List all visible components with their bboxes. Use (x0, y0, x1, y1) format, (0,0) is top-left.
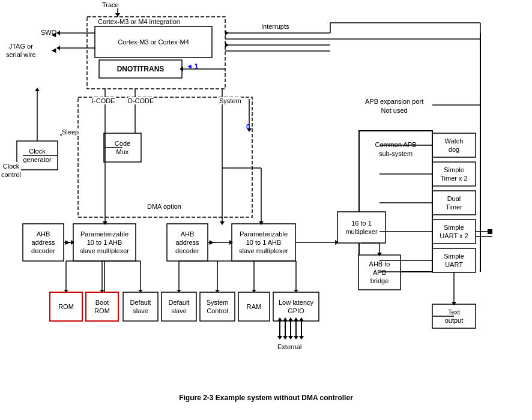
ram-label: RAM (238, 292, 270, 321)
ahb1-arrow: ► (64, 238, 71, 247)
simple-uart-label: SimpleUART (432, 248, 476, 272)
figure-caption: Figure 2-3 Example system without DMA co… (0, 394, 532, 402)
ahb-addr2-label: AHBaddressdecoder (167, 224, 208, 261)
svg-marker-27 (115, 13, 120, 17)
interrupts-label: Interrupts (261, 23, 289, 30)
default-slave2-label: Defaultslave (162, 292, 196, 321)
trace-label: Trace (102, 1, 119, 8)
sleep-label: Sleep (62, 128, 79, 136)
code-mux-label: CodeMux (104, 133, 141, 162)
icode-label: I-CODE (92, 97, 115, 104)
system-label: System (219, 97, 241, 104)
ahb-addr1-label: AHBaddressdecoder (23, 224, 64, 261)
watchdog-label: Watchdog (432, 133, 476, 157)
svg-marker-82 (294, 336, 298, 340)
external-label: External (277, 343, 301, 350)
default-slave1-label: Defaultslave (123, 292, 158, 321)
svg-marker-78 (283, 336, 288, 340)
low-latency-gpio-label: Low latencyGPIO (273, 292, 319, 321)
system-control-label: System Control (200, 292, 235, 321)
boot-rom-label: BootROM (86, 292, 118, 321)
diagram: Trace SWO ◄ JTAG orserial wire ◄ Cortex-… (0, 0, 532, 408)
simple-uart2-label: SimpleUART x 2 (432, 220, 476, 244)
swo-arrow: ◄ (50, 30, 58, 39)
svg-marker-112 (35, 88, 40, 91)
svg-marker-45 (220, 221, 225, 225)
svg-marker-84 (299, 336, 304, 340)
dma-option-label: DMA option (147, 203, 181, 210)
ahb-apb-label: AHB toAPBbridge (358, 255, 401, 290)
one-label: ◄ 1 (186, 62, 198, 70)
common-apb-label: Common APBsub-system (359, 134, 432, 164)
rom-label: ROM (50, 292, 82, 321)
param-mux2-label: Parameterizable10 to 1 AHBslave multiple… (232, 224, 295, 261)
mux16-label: 16 to 1multiplexer (337, 212, 385, 243)
dnotitrans-label: DNOTITRANS (99, 60, 182, 78)
text-output-label: Textoutput (432, 304, 476, 328)
cortex-inner-label: Cortex-M3 or Cortex-M4 (95, 26, 212, 58)
clock-control-label: Clockcontrol (1, 162, 21, 179)
apb-expansion-label: APB expansion portNot used (365, 97, 423, 116)
cortex-outer-label: Cortex-M3 or M4 integration (98, 18, 180, 25)
zero-label: 0 (246, 123, 250, 130)
jtag-label: JTAG orserial wire (6, 42, 36, 59)
dcode-label: D-CODE (128, 97, 154, 104)
dual-timer-label: DualTimer (432, 191, 476, 215)
jtag-arrow: ◄ (50, 46, 58, 55)
svg-marker-76 (277, 336, 282, 340)
svg-marker-100 (488, 229, 492, 234)
svg-marker-35 (225, 31, 229, 35)
clock-gen-label: Clockgenerator (17, 141, 58, 170)
param-mux1-label: Parameterizable10 to 1 AHBslave multiple… (73, 224, 136, 261)
simple-timer-label: SimpleTimer x 2 (432, 162, 476, 186)
svg-marker-80 (288, 336, 293, 340)
svg-marker-36 (225, 43, 229, 47)
ahb2-arrow: ► (208, 238, 216, 247)
